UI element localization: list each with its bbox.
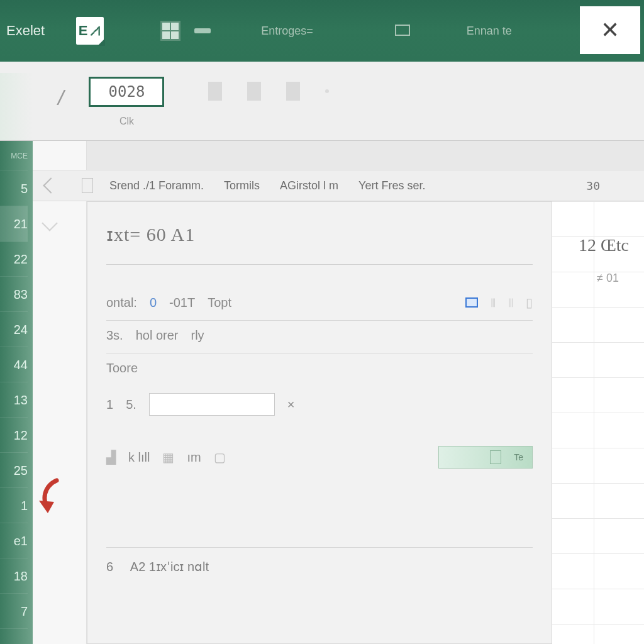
apply-button[interactable]: Te	[438, 446, 533, 469]
footer-text: A2 1ɪxˈicɪ nɑlt	[130, 560, 209, 574]
dialog-line-3: Toore	[106, 353, 533, 386]
field-value: ım	[187, 450, 201, 465]
app-name: Exelet	[6, 23, 45, 39]
hint-2: Ennan te	[467, 25, 512, 38]
field-value: -01T	[169, 296, 195, 310]
ribbon-tools	[208, 82, 329, 101]
field-value: 5.	[126, 397, 136, 412]
tab-2[interactable]: Tormils	[220, 177, 264, 195]
row-number[interactable]: 21	[0, 206, 28, 242]
ribbon: / 0028 Clk	[0, 62, 644, 141]
value-input[interactable]	[149, 393, 275, 416]
field-value: rly	[191, 328, 204, 343]
field-label: Toore	[106, 361, 138, 375]
ribbon-group-label: Clk	[119, 116, 134, 127]
field-value: hol orer	[136, 328, 179, 343]
field-value: 0	[150, 296, 157, 310]
dialog-spacer	[106, 479, 533, 548]
name-box[interactable]: 0028	[89, 77, 164, 107]
tab-count: 30	[586, 179, 631, 192]
row-number[interactable]: 22	[0, 242, 28, 277]
box-icon[interactable]: ▢	[214, 450, 226, 465]
row-number[interactable]: e1	[0, 523, 28, 558]
restore-icon[interactable]	[395, 25, 410, 36]
ribbon-tool-2-icon[interactable]	[247, 82, 261, 101]
titlebar: Exelet E⩘ Entroges= Ennan te ✕	[0, 0, 644, 62]
format-dialog: ɪxt= 60 A1 ontal: 0 -01T Topt ⦀ ⦀ ▯ 3s. …	[87, 201, 552, 644]
row-number[interactable]: 7	[0, 594, 28, 629]
tab-3[interactable]: AGirstol l m	[276, 177, 342, 195]
row-number[interactable]: 24	[0, 312, 28, 347]
tab-1[interactable]: Srend ./1 Foramm.	[106, 177, 208, 195]
sheet-grid[interactable]	[543, 201, 644, 644]
grid-icon[interactable]: ▦	[162, 450, 174, 465]
side-cell-sub: ≠ 01	[597, 272, 619, 285]
field-label: ontal:	[106, 296, 137, 310]
row-number[interactable]: 18	[0, 558, 28, 594]
footer-index: 6	[106, 560, 113, 574]
tab-add-icon[interactable]	[82, 178, 93, 193]
field-value: Topt	[208, 296, 231, 310]
dialog-title: ɪxt= 60 A1	[106, 223, 533, 265]
row-number[interactable]: 25	[0, 453, 28, 488]
close-button[interactable]: ✕	[580, 6, 640, 54]
field-value: 1	[106, 397, 113, 412]
tab-4[interactable]: Yert Fres ser.	[355, 177, 429, 195]
gutter-header: MCE	[0, 141, 28, 171]
dialog-line-1: ontal: 0 -01T Topt ⦀ ⦀ ▯	[106, 287, 533, 321]
ribbon-left-stub	[0, 73, 33, 140]
titlebar-icons	[160, 21, 211, 41]
row-gutter: MCE 5 21 22 83 24 44 13 12 25 1 e1 18 7	[0, 141, 33, 644]
field-mark: ×	[287, 397, 295, 412]
tab-strip: Srend ./1 Foramm. Tormils AGirstol l m Y…	[33, 170, 644, 201]
dialog-line-2: 3s. hol orer rly	[106, 321, 533, 353]
minimize-icon[interactable]	[194, 28, 211, 33]
app-logo-icon: E⩘	[76, 17, 104, 45]
dialog-footer: 6 A2 1ɪxˈicɪ nɑlt	[106, 559, 533, 574]
italic-icon[interactable]: /	[58, 86, 64, 110]
hint-1: Entroges=	[261, 25, 313, 38]
align-icon[interactable]: ⦀	[508, 296, 513, 310]
row-number[interactable]: 12	[0, 418, 28, 453]
chart-icon[interactable]: ▟	[106, 450, 116, 465]
side-cell-value: 12 Œtc	[579, 235, 629, 255]
vertical-separator	[33, 141, 87, 644]
color-swatch-icon[interactable]	[465, 297, 478, 308]
ribbon-tool-1-icon[interactable]	[208, 82, 222, 101]
window-grid-icon[interactable]	[160, 21, 180, 41]
row-number[interactable]: 83	[0, 277, 28, 312]
row-number[interactable]: 13	[0, 382, 28, 418]
ribbon-tool-4-icon[interactable]	[325, 89, 329, 93]
align-icon[interactable]: ⦀	[491, 296, 496, 310]
undo-arrow-icon[interactable]	[35, 478, 63, 516]
dialog-line-5: ▟ k lıll ▦ ım ▢ Te	[106, 438, 533, 479]
row-number[interactable]: 1	[0, 488, 28, 523]
row-number[interactable]: 5	[0, 171, 28, 206]
row-number[interactable]: 44	[0, 347, 28, 382]
dialog-line-4: 1 5. ×	[106, 386, 533, 426]
align-icon[interactable]: ▯	[526, 295, 533, 310]
chevron-left-icon[interactable]	[43, 177, 58, 193]
ribbon-tool-3-icon[interactable]	[286, 82, 300, 101]
apply-button-label: Te	[514, 452, 523, 462]
field-value: 3s.	[106, 328, 123, 343]
field-value: k lıll	[128, 450, 150, 465]
titlebar-hints: Entroges= Ennan te	[261, 25, 512, 38]
